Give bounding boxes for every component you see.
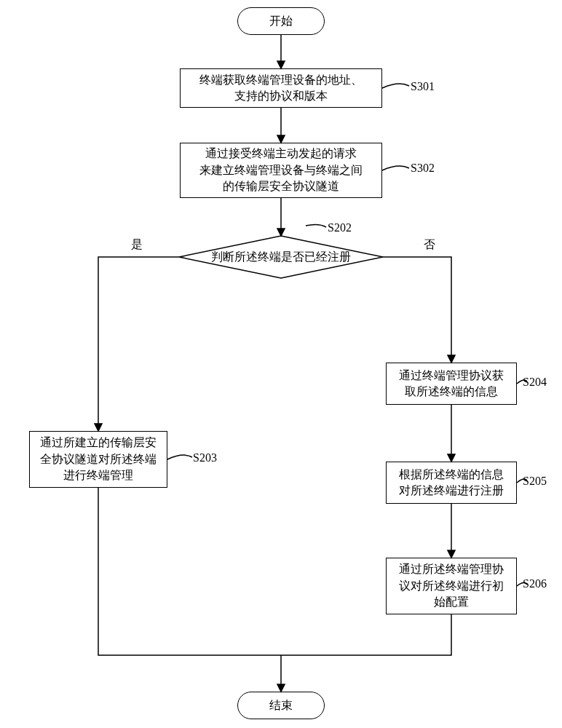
svg-marker-10	[448, 454, 455, 462]
svg-marker-12	[448, 550, 455, 558]
s302-text: 通过接受终端主动发起的请求 来建立终端管理设备与终端之间 的传输层安全协议隧道	[199, 146, 363, 194]
svg-marker-8	[448, 355, 455, 363]
s203-label: S203	[193, 451, 217, 464]
s204-label: S204	[523, 376, 547, 389]
s206-label: S206	[523, 577, 547, 590]
s202-label: S202	[328, 221, 352, 234]
flowchart-start: 开始	[237, 7, 325, 35]
s301-text: 终端获取终端管理设备的地址、 支持的协议和版本	[199, 72, 363, 105]
decision-no-label: 否	[424, 237, 435, 253]
flowchart-process-s302: 通过接受终端主动发起的请求 来建立终端管理设备与终端之间 的传输层安全协议隧道	[180, 143, 382, 198]
flowchart-process-s206: 通过所述终端管理协 议对所述终端进行初 始配置	[386, 558, 517, 614]
svg-marker-2	[277, 61, 285, 68]
flowchart-process-s203: 通过所建立的传输层安 全协议隧道对所述终端 进行终端管理	[29, 431, 167, 488]
s302-label: S302	[411, 162, 435, 175]
flowchart-end: 结束	[237, 692, 325, 719]
svg-marker-7	[95, 424, 102, 431]
flowchart-process-s301: 终端获取终端管理设备的地址、 支持的协议和版本	[180, 68, 382, 108]
s301-label: S301	[411, 80, 435, 93]
flowchart-process-s205: 根据所述终端的信息 对所述终端进行注册	[386, 462, 517, 504]
s204-text: 通过终端管理协议获 取所述终端的信息	[399, 368, 504, 400]
end-text: 结束	[269, 697, 293, 713]
s202-text: 判断所述终端是否已经注册	[208, 250, 354, 265]
svg-marker-14	[277, 684, 285, 692]
s205-text: 根据所述终端的信息 对所述终端进行注册	[399, 467, 504, 499]
svg-marker-6	[277, 229, 285, 236]
s205-label: S205	[523, 475, 547, 488]
s206-text: 通过所述终端管理协 议对所述终端进行初 始配置	[399, 561, 504, 610]
svg-marker-4	[277, 135, 285, 143]
decision-yes-label: 是	[131, 237, 143, 253]
s203-text: 通过所建立的传输层安 全协议隧道对所述终端 进行终端管理	[40, 435, 157, 483]
start-text: 开始	[269, 13, 293, 29]
flowchart-process-s204: 通过终端管理协议获 取所述终端的信息	[386, 363, 517, 405]
